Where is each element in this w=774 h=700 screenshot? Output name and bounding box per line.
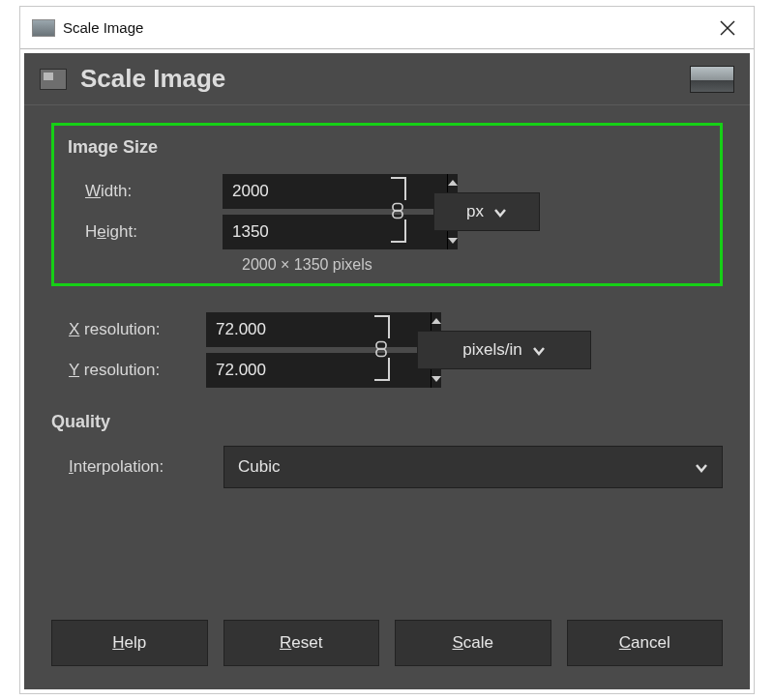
size-unit-label: px <box>466 202 484 221</box>
quality-section: Quality Interpolation: Cubic <box>51 412 723 488</box>
y-resolution-label: Y resolution: <box>51 361 206 380</box>
window-icon <box>32 19 55 37</box>
interpolation-label: Interpolation: <box>51 457 223 477</box>
resolution-unit-label: pixels/in <box>462 340 521 360</box>
close-button[interactable] <box>701 7 754 48</box>
svg-rect-3 <box>393 211 402 219</box>
image-thumbnail <box>690 66 734 93</box>
cancel-button[interactable]: Cancel <box>567 620 724 666</box>
help-button[interactable]: Help <box>51 620 208 666</box>
dialog-header: Scale Image <box>24 53 750 105</box>
dialog-body: Scale Image Image Size Width: <box>24 53 750 689</box>
x-resolution-label: X resolution: <box>51 320 206 339</box>
titlebar[interactable]: Scale Image <box>20 7 754 49</box>
chevron-down-icon <box>695 460 708 474</box>
height-label: Heeight:ight: <box>68 222 223 242</box>
y-resolution-input[interactable] <box>206 353 361 388</box>
svg-rect-5 <box>376 349 386 357</box>
close-icon <box>719 19 736 37</box>
width-label: Width: <box>68 182 223 201</box>
height-input[interactable] <box>223 215 377 249</box>
button-bar: Help Reset Scale Cancel <box>51 620 723 666</box>
resolution-unit-select[interactable]: pixels/in <box>417 331 591 369</box>
window-title: Scale Image <box>63 19 701 36</box>
resolution-section: X resolution: Y resolution: <box>51 309 723 391</box>
chevron-down-icon <box>493 205 507 219</box>
size-unit-select[interactable]: px <box>433 192 540 231</box>
interpolation-select[interactable]: Cubic <box>223 446 723 488</box>
image-size-section: Image Size Width: <box>51 123 723 286</box>
reset-button[interactable]: Reset <box>223 620 380 666</box>
interpolation-value: Cubic <box>238 457 695 477</box>
chain-link-icon <box>387 200 408 221</box>
scale-image-icon <box>40 69 67 90</box>
dimensions-readout: 2000 × 1350 pixels <box>68 256 704 274</box>
chain-link-icon <box>371 338 392 360</box>
scale-image-window: Scale Image Scale Image Image Size Width… <box>19 6 755 694</box>
svg-rect-2 <box>393 204 402 212</box>
size-chain-link[interactable] <box>385 171 414 248</box>
dialog-title: Scale Image <box>80 64 690 94</box>
quality-heading: Quality <box>51 412 723 432</box>
image-size-heading: Image Size <box>68 137 704 158</box>
scale-button[interactable]: Scale <box>395 620 551 666</box>
width-input[interactable] <box>223 174 377 209</box>
resolution-chain-link[interactable] <box>369 309 398 387</box>
chevron-down-icon <box>532 343 546 357</box>
x-resolution-input[interactable] <box>206 312 361 347</box>
svg-rect-4 <box>376 342 386 350</box>
